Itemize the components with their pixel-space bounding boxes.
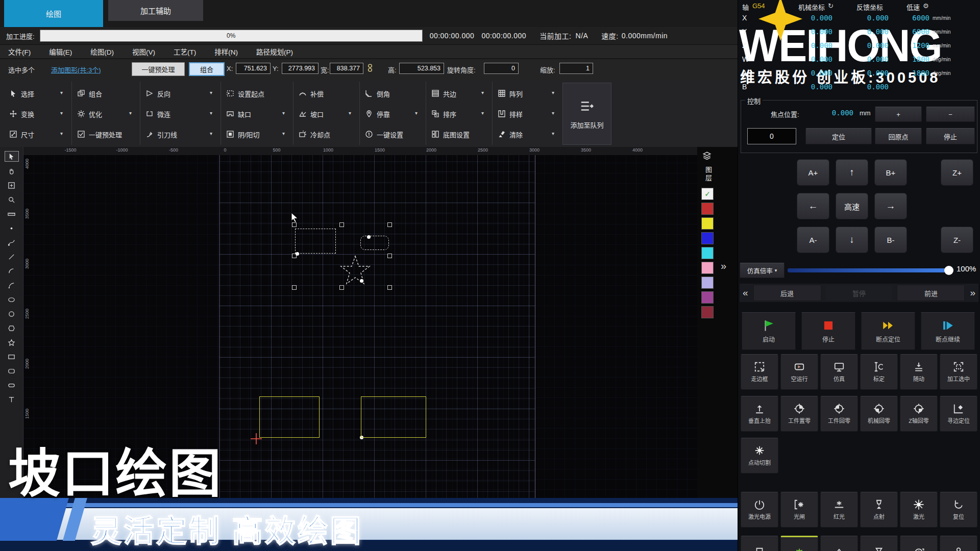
tab-drawing[interactable]: 绘图 (4, 0, 103, 27)
pause-button[interactable]: 暂停 (825, 285, 893, 301)
lock-aspect-icon[interactable] (365, 63, 375, 72)
dropdown-caret-icon[interactable]: ▾ (282, 131, 285, 136)
layer-maroon[interactable] (701, 306, 714, 318)
tool-bezier[interactable] (5, 238, 18, 247)
field-input-2[interactable]: 838.377 (330, 63, 363, 74)
focus-step-input[interactable]: 0 (747, 128, 796, 144)
ribbon-button-common-edge[interactable]: 共边 (431, 86, 456, 101)
ribbon-button-one-key-setting[interactable]: 一键设置 (365, 127, 403, 142)
action-edge-locate-button[interactable]: 寻边定位 (940, 396, 977, 432)
tool-obround[interactable] (5, 381, 18, 390)
layer-blue[interactable] (701, 232, 714, 244)
sim-rate-dropdown[interactable]: 仿真倍率▾ (740, 263, 785, 278)
field-input-5[interactable]: 1 (559, 63, 593, 74)
action-red-light-button[interactable]: 红光 (820, 492, 858, 528)
menu-item-3[interactable]: 视图(V) (132, 46, 155, 57)
tool-zoom[interactable] (5, 195, 18, 205)
ribbon-button-compensation[interactable]: 补偿 (299, 86, 324, 101)
add-to-queue-button[interactable]: 添加至队列 (562, 83, 611, 145)
action-frame-button[interactable]: 走边框 (741, 354, 778, 390)
return-origin-button[interactable]: 回原点 (875, 128, 922, 144)
transport-start-flag-button[interactable]: 启动 (742, 312, 796, 350)
transport-breakpoint-resume-button[interactable]: 断点继续 (921, 312, 975, 350)
ribbon-button-bevel[interactable]: 坡口 (299, 106, 324, 121)
ribbon-button-array[interactable]: 阵列 (498, 86, 523, 101)
action-workpiece-home-button[interactable]: 工件回零 (820, 396, 858, 432)
jog-axis-B+[interactable]: B+ (874, 159, 907, 186)
refresh-icon[interactable]: ↻ (828, 2, 834, 10)
ribbon-button-sort[interactable]: 排序 (431, 106, 456, 121)
ribbon-button-notch[interactable]: 缺口 (226, 106, 251, 121)
dropdown-caret-icon[interactable]: ▾ (60, 90, 63, 95)
sim-rate-slider[interactable] (788, 268, 949, 272)
action-lift-up-button[interactable]: 垂直上抬 (741, 396, 778, 432)
dropdown-caret-icon[interactable]: ▾ (481, 90, 484, 95)
ribbon-button-nesting[interactable]: 排样 (498, 106, 523, 121)
action-cut-head-button[interactable] (820, 536, 858, 551)
jog-z-plus[interactable]: Z+ (941, 159, 973, 186)
action-z-home-button[interactable]: Z轴回零 (900, 396, 938, 432)
dropdown-caret-icon[interactable]: ▾ (210, 90, 212, 95)
tab-machining-assist[interactable]: 加工辅助 (108, 0, 203, 21)
ribbon-button-lead-line[interactable]: 引刀线 (145, 127, 177, 142)
transport-breakpoint-locate-button[interactable]: 断点定位 (861, 312, 915, 350)
dropdown-caret-icon[interactable]: ▾ (349, 110, 351, 116)
dropdown-caret-icon[interactable]: ▾ (552, 110, 554, 116)
action-machine-selected-button[interactable]: 加工选中 (940, 354, 977, 390)
dropdown-caret-icon[interactable]: ▾ (210, 131, 212, 136)
tool-point[interactable] (5, 223, 18, 233)
expand-panel-chevron[interactable]: » (721, 260, 726, 272)
combine-button[interactable]: 组合 (189, 62, 225, 76)
jog-rapid[interactable]: 高速 (836, 193, 868, 219)
focus-plus-button[interactable]: + (875, 107, 922, 122)
selection-handle[interactable] (292, 285, 297, 290)
layer-cyan[interactable] (701, 247, 714, 259)
action-machine-home-button[interactable]: 机械回零 (860, 396, 898, 432)
tool-rounded-rectangle[interactable] (5, 366, 18, 376)
field-input-0[interactable]: 751.623 (236, 63, 271, 74)
dropdown-caret-icon[interactable]: ▾ (481, 110, 484, 116)
dropdown-caret-icon[interactable]: ▾ (552, 90, 554, 95)
tool-three-point-arc[interactable] (5, 281, 18, 290)
ribbon-button-dimension[interactable]: 尺寸 (9, 127, 34, 142)
tool-pan[interactable] (5, 166, 18, 176)
action-spot-shot-button[interactable]: 点射 (860, 492, 898, 528)
ribbon-button-clear[interactable]: 清除 (498, 127, 523, 142)
step-back-button[interactable]: 后退 (753, 285, 821, 301)
action-nozzle-button[interactable] (741, 536, 778, 551)
ribbon-button-transform[interactable]: 变换 (9, 106, 34, 121)
tool-arc[interactable] (5, 266, 18, 276)
selection-handle[interactable] (387, 222, 392, 227)
action-jog-cut-button[interactable]: 点动切割 (741, 438, 778, 473)
dropdown-caret-icon[interactable]: ▾ (129, 110, 132, 116)
layer-purple[interactable] (701, 291, 714, 304)
menu-item-0[interactable]: 文件(F) (8, 46, 31, 57)
menu-item-2[interactable]: 绘图(D) (90, 46, 114, 57)
tool-rectangle[interactable] (5, 352, 18, 362)
tool-line[interactable] (5, 252, 18, 262)
layer-pink[interactable] (701, 262, 714, 274)
selection-handle[interactable] (339, 222, 344, 227)
tool-polygon[interactable] (5, 323, 18, 333)
jog-up-arrow[interactable]: ↑ (836, 159, 868, 186)
ribbon-button-preprocess[interactable]: 一键预处理 (77, 127, 122, 142)
jog-down-arrow[interactable]: ↓ (836, 227, 868, 253)
jog-axis-A+[interactable]: A+ (797, 159, 829, 186)
tool-measure[interactable] (5, 209, 18, 219)
action-probe-button[interactable] (940, 536, 977, 551)
stop-motion-button[interactable]: 停止 (926, 128, 975, 144)
action-lamp-button[interactable] (780, 536, 818, 551)
ribbon-button-base-map[interactable]: 底图设置 (431, 127, 470, 142)
ribbon-button-start-point[interactable]: 设置起点 (226, 86, 264, 101)
selected-rounded-rectangle[interactable] (360, 236, 389, 250)
dropdown-caret-icon[interactable]: ▾ (552, 131, 554, 136)
focus-minus-button[interactable]: − (926, 107, 975, 122)
tool-select[interactable] (5, 151, 19, 162)
dropdown-caret-icon[interactable]: ▾ (415, 110, 418, 116)
dropdown-caret-icon[interactable]: ▾ (60, 110, 63, 116)
ribbon-button-reverse[interactable]: 反向 (145, 86, 170, 101)
selection-handle[interactable] (387, 254, 392, 258)
transport-stop-square-button[interactable]: 停止 (801, 312, 855, 350)
layer-visible-check[interactable]: ✓ (701, 188, 714, 200)
jog-left-arrow[interactable]: ← (797, 193, 829, 219)
